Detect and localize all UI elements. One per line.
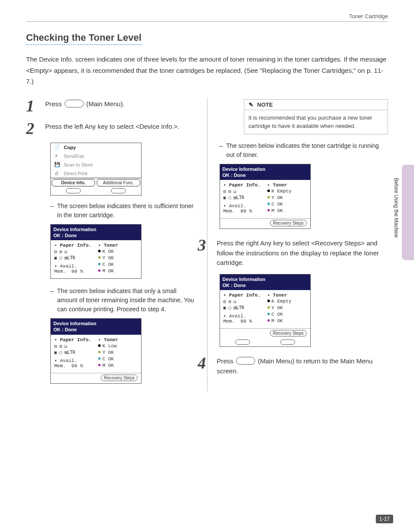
step-number: 4 bbox=[198, 355, 210, 371]
step4-text-pre: Press bbox=[217, 357, 236, 365]
step3-text: Press the right Any key to select <Recov… bbox=[217, 237, 388, 268]
recovery-steps-softkey: Recovery Steps bbox=[101, 375, 138, 381]
recovery-steps-softkey: Recovery Steps bbox=[270, 330, 307, 336]
right-any-key-icon bbox=[111, 188, 126, 193]
left-any-key-icon bbox=[66, 188, 81, 193]
right-any-key-icon bbox=[280, 339, 295, 345]
step1-text-pre: Press bbox=[45, 100, 64, 108]
main-menu-button-icon bbox=[65, 100, 84, 108]
sub-runout: – The screen below indicates the toner c… bbox=[220, 141, 388, 160]
step2-text: Press the left Any key to select <Device… bbox=[45, 120, 195, 132]
pencil-icon: ✎ bbox=[249, 101, 255, 108]
sub-sufficient: – The screen below indicates there is su… bbox=[50, 202, 195, 220]
left-any-key-icon bbox=[235, 339, 250, 345]
step1-text-post: (Main Menu). bbox=[85, 100, 125, 108]
scan-icon: 💾 bbox=[54, 162, 61, 168]
main-menu-screenshot: 📄Copy ✈Send/Fax 💾Scan to Store 🖨Direct P… bbox=[50, 143, 141, 196]
note-box: ✎ NOTE It is recommended that you purcha… bbox=[244, 99, 388, 134]
step-4: 4 Press (Main Menu) to return to the Mai… bbox=[198, 355, 388, 376]
section-tab bbox=[402, 165, 414, 260]
step-number: 3 bbox=[198, 237, 210, 253]
copy-icon: 📄 bbox=[54, 144, 61, 150]
note-body: It is recommended that you purchase a ne… bbox=[244, 110, 388, 134]
intro-paragraph: The Device Info. screen indicates one of… bbox=[26, 54, 388, 87]
send-fax-icon: ✈ bbox=[54, 153, 61, 159]
step-3: 3 Press the right Any key to select <Rec… bbox=[198, 237, 388, 268]
sub-low: – The screen below indicates that only a… bbox=[50, 287, 195, 314]
step-number: 2 bbox=[26, 120, 38, 137]
step-2: 2 Press the left Any key to select <Devi… bbox=[26, 120, 195, 137]
print-icon: 🖨 bbox=[54, 170, 61, 176]
step-number: 1 bbox=[26, 98, 38, 114]
main-menu-button-icon bbox=[236, 357, 255, 365]
device-info-softkey: Device Info. bbox=[52, 179, 95, 186]
note-label: NOTE bbox=[257, 101, 273, 108]
running-head: Toner Cartridge bbox=[26, 13, 388, 22]
section-title: Checking the Toner Level bbox=[26, 32, 141, 45]
section-tab-label: Before Using the Machine bbox=[393, 178, 399, 238]
lcd-empty: Device Information OK : Done ▪ Paper Inf… bbox=[220, 164, 311, 229]
recovery-steps-softkey: Recovery Steps bbox=[270, 220, 307, 226]
additional-func-softkey: Additional Func. bbox=[97, 179, 140, 186]
lcd-sufficient: Device Information OK : Done ▪ Paper Inf… bbox=[50, 224, 141, 279]
page-number: 1-17 bbox=[376, 515, 393, 523]
step-1: 1 Press (Main Menu). bbox=[26, 98, 195, 114]
lcd-low: Device Information OK : Done ▪ Paper Inf… bbox=[50, 318, 141, 384]
lcd-recovery: Device Information OK : Done ▪ Paper Inf… bbox=[220, 274, 311, 347]
